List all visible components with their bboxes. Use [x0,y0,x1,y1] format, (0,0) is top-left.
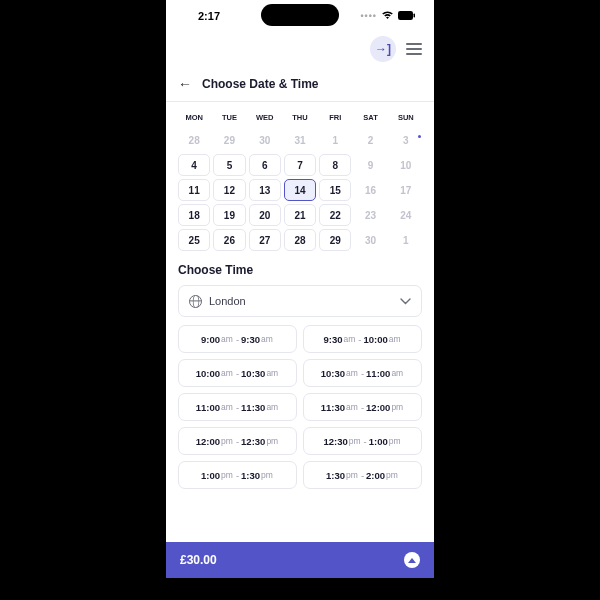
weekday-label: WED [249,110,281,125]
calendar-day[interactable]: 11 [178,179,210,201]
calendar-day[interactable]: 25 [178,229,210,251]
content-area: MONTUEWEDTHUFRISATSUN 282930311234567891… [166,102,434,542]
weekday-label: MON [178,110,210,125]
phone-frame: 2:17 •••• →] ← Choose Date & Time MONTUE… [166,0,434,578]
battery-icon [398,10,416,22]
calendar-day[interactable]: 29 [319,229,351,251]
status-icons: •••• [360,10,416,22]
status-time: 2:17 [184,10,234,22]
wifi-icon [381,10,394,22]
page-title: Choose Date & Time [202,77,318,91]
timezone-label: London [209,295,246,307]
calendar-day[interactable]: 6 [249,154,281,176]
calendar-day[interactable]: 26 [213,229,245,251]
svg-rect-1 [414,14,416,18]
calendar-day: 23 [354,204,386,226]
calendar-day: 29 [213,129,245,151]
time-slot[interactable]: 12:30pm-1:00pm [303,427,422,455]
calendar-day: 24 [390,204,422,226]
calendar-day[interactable]: 15 [319,179,351,201]
calendar-day: 30 [249,129,281,151]
weekday-label: THU [284,110,316,125]
globe-icon [189,295,202,308]
time-slot[interactable]: 9:30am-10:00am [303,325,422,353]
weekday-label: TUE [213,110,245,125]
calendar-day: 30 [354,229,386,251]
calendar-day[interactable]: 14 [284,179,316,201]
calendar-day[interactable]: 4 [178,154,210,176]
calendar-day[interactable]: 7 [284,154,316,176]
weekday-label: FRI [319,110,351,125]
today-indicator-dot [418,135,421,138]
time-slot[interactable]: 11:30am-12:00pm [303,393,422,421]
notch [261,4,339,26]
calendar-day: 9 [354,154,386,176]
calendar-day: 17 [390,179,422,201]
time-slot[interactable]: 10:00am-10:30am [178,359,297,387]
timezone-select[interactable]: London [178,285,422,317]
calendar-day[interactable]: 5 [213,154,245,176]
login-icon[interactable]: →] [370,36,396,62]
calendar-day: 1 [319,129,351,151]
calendar-day[interactable]: 8 [319,154,351,176]
menu-icon[interactable] [406,43,422,55]
calendar-day[interactable]: 13 [249,179,281,201]
calendar-day: 16 [354,179,386,201]
time-slot[interactable]: 1:00pm-1:30pm [178,461,297,489]
time-slot[interactable]: 10:30am-11:00am [303,359,422,387]
time-slot[interactable]: 12:00pm-12:30pm [178,427,297,455]
svg-rect-0 [398,11,413,20]
calendar-day[interactable]: 27 [249,229,281,251]
calendar-day[interactable]: 28 [284,229,316,251]
calendar-day: 1 [390,229,422,251]
price-bar[interactable]: £30.00 [166,542,434,578]
choose-time-title: Choose Time [178,263,422,277]
calendar-weekday-row: MONTUEWEDTHUFRISATSUN [178,110,422,125]
weekday-label: SUN [390,110,422,125]
calendar-day: 31 [284,129,316,151]
time-slot[interactable]: 9:00am-9:30am [178,325,297,353]
price-label: £30.00 [180,553,217,567]
cellular-icon: •••• [360,11,377,21]
page-header: ← Choose Date & Time [166,66,434,102]
chevron-down-icon [400,295,411,307]
back-button[interactable]: ← [178,76,192,92]
calendar-day: 10 [390,154,422,176]
weekday-label: SAT [354,110,386,125]
expand-up-icon[interactable] [404,552,420,568]
calendar-grid: 2829303112345678910111213141516171819202… [178,129,422,251]
calendar-day[interactable]: 20 [249,204,281,226]
calendar-day[interactable]: 19 [213,204,245,226]
calendar-day[interactable]: 21 [284,204,316,226]
top-actions: →] [166,32,434,66]
time-slot-grid: 9:00am-9:30am9:30am-10:00am10:00am-10:30… [178,325,422,489]
calendar-day: 3 [390,129,422,151]
calendar-day[interactable]: 22 [319,204,351,226]
time-slot[interactable]: 1:30pm-2:00pm [303,461,422,489]
calendar-day: 28 [178,129,210,151]
calendar-day[interactable]: 18 [178,204,210,226]
time-slot[interactable]: 11:00am-11:30am [178,393,297,421]
status-bar: 2:17 •••• [166,0,434,32]
calendar-day[interactable]: 12 [213,179,245,201]
calendar-day: 2 [354,129,386,151]
